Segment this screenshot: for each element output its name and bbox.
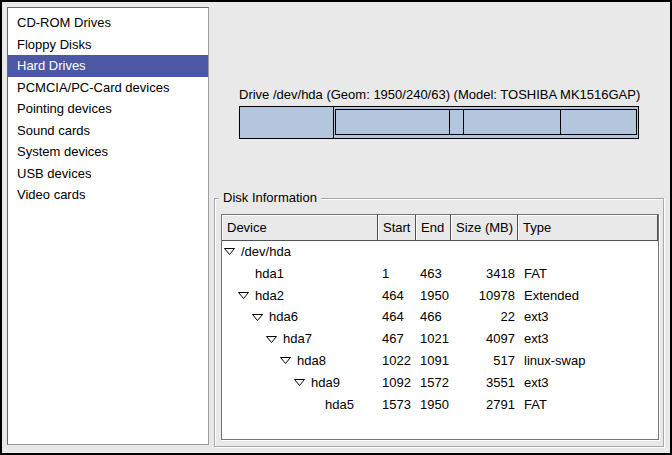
end-cell: 1091 xyxy=(416,350,451,372)
table-row[interactable]: hda8 1022 1091 517 linux-swap xyxy=(222,350,658,372)
type-cell: ext3 xyxy=(518,306,658,328)
size-cell: 517 xyxy=(451,350,518,372)
expander-open-icon[interactable] xyxy=(294,379,305,386)
drive-title: Drive /dev/hda (Geom: 1950/240/63) (Mode… xyxy=(239,87,639,102)
column-header-size[interactable]: Size (MB) xyxy=(451,215,518,241)
size-cell: 2791 xyxy=(451,394,518,416)
table-row[interactable]: hda5 1573 1950 2791 FAT xyxy=(222,394,658,416)
type-cell: linux-swap xyxy=(518,350,658,372)
indent-spacer xyxy=(222,339,266,340)
column-header-device[interactable]: Device xyxy=(222,215,378,241)
start-cell: 1573 xyxy=(378,394,416,416)
partition-divider xyxy=(449,110,450,134)
column-header-type[interactable]: Type xyxy=(518,215,658,241)
size-cell: 10978 xyxy=(451,285,518,307)
type-cell xyxy=(518,241,658,263)
device-label: hda8 xyxy=(297,350,326,372)
partition-segment-extended xyxy=(335,109,637,135)
device-label: hda7 xyxy=(283,328,312,350)
device-label: hda1 xyxy=(255,263,284,285)
partition-divider xyxy=(560,110,561,134)
size-cell: 4097 xyxy=(451,328,518,350)
table-row[interactable]: /dev/hda xyxy=(222,241,658,263)
type-cell: ext3 xyxy=(518,328,658,350)
device-label: /dev/hda xyxy=(241,241,291,263)
sidebar-item-usb-devices[interactable]: USB devices xyxy=(8,163,208,185)
column-header-end[interactable]: End xyxy=(416,215,451,241)
expander-open-icon[interactable] xyxy=(266,336,277,343)
sidebar-item-sound-cards[interactable]: Sound cards xyxy=(8,120,208,142)
start-cell: 464 xyxy=(378,285,416,307)
disk-table: Device Start End Size (MB) Type /dev/hda… xyxy=(221,214,659,440)
expander-open-icon[interactable] xyxy=(238,292,249,299)
indent-spacer xyxy=(222,382,294,383)
end-cell: 463 xyxy=(416,263,451,285)
hardware-browser-window: { "window": { "background": "#e9e9e9", "… xyxy=(0,0,672,455)
sidebar-item-pointing-devices[interactable]: Pointing devices xyxy=(8,98,208,120)
size-cell: 3418 xyxy=(451,263,518,285)
sidebar-item-floppy-disks[interactable]: Floppy Disks xyxy=(8,34,208,56)
start-cell: 1092 xyxy=(378,372,416,394)
sidebar-item-system-devices[interactable]: System devices xyxy=(8,141,208,163)
table-row[interactable]: hda6 464 466 22 ext3 xyxy=(222,306,658,328)
disk-information-groupbox: Disk Information Device Start End Size (… xyxy=(214,198,664,447)
type-cell: FAT xyxy=(518,263,658,285)
size-cell: 3551 xyxy=(451,372,518,394)
sidebar-item-video-cards[interactable]: Video cards xyxy=(8,184,208,206)
table-row[interactable]: hda2 464 1950 10978 Extended xyxy=(222,285,658,307)
expander-open-icon[interactable] xyxy=(252,314,263,321)
device-label: hda2 xyxy=(255,285,284,307)
start-cell: 467 xyxy=(378,328,416,350)
column-header-start[interactable]: Start xyxy=(378,215,416,241)
partition-segment-hda1 xyxy=(240,107,334,138)
indent-spacer xyxy=(222,317,252,318)
end-cell: 1950 xyxy=(416,285,451,307)
end-cell: 1021 xyxy=(416,328,451,350)
partition-divider xyxy=(463,110,464,134)
disk-information-legend: Disk Information xyxy=(219,190,321,206)
end-cell: 1950 xyxy=(416,394,451,416)
type-cell: FAT xyxy=(518,394,658,416)
expander-open-icon[interactable] xyxy=(224,248,235,255)
indent-spacer xyxy=(222,404,308,405)
disk-table-header: Device Start End Size (MB) Type xyxy=(222,215,658,241)
end-cell xyxy=(416,241,451,263)
start-cell: 1 xyxy=(378,263,416,285)
partition-bar xyxy=(239,106,639,139)
size-cell xyxy=(451,241,518,263)
indent-spacer xyxy=(222,273,238,274)
table-row[interactable]: hda1 1 463 3418 FAT xyxy=(222,263,658,285)
end-cell: 466 xyxy=(416,306,451,328)
type-cell: ext3 xyxy=(518,372,658,394)
indent-spacer xyxy=(222,360,280,361)
start-cell: 1022 xyxy=(378,350,416,372)
start-cell xyxy=(378,241,416,263)
type-cell: Extended xyxy=(518,285,658,307)
sidebar-item-pcmcia-devices[interactable]: PCMCIA/PC-Card devices xyxy=(8,77,208,99)
device-label: hda9 xyxy=(311,372,340,394)
device-category-list: CD-ROM Drives Floppy Disks Hard Drives P… xyxy=(7,7,209,445)
table-row[interactable]: hda7 467 1021 4097 ext3 xyxy=(222,328,658,350)
sidebar-item-hard-drives[interactable]: Hard Drives xyxy=(8,55,208,77)
table-row[interactable]: hda9 1092 1572 3551 ext3 xyxy=(222,372,658,394)
start-cell: 464 xyxy=(378,306,416,328)
end-cell: 1572 xyxy=(416,372,451,394)
sidebar-item-cdrom-drives[interactable]: CD-ROM Drives xyxy=(8,12,208,34)
device-label: hda6 xyxy=(269,306,298,328)
indent-spacer xyxy=(222,295,238,296)
device-label: hda5 xyxy=(325,394,354,416)
size-cell: 22 xyxy=(451,306,518,328)
expander-open-icon[interactable] xyxy=(280,357,291,364)
